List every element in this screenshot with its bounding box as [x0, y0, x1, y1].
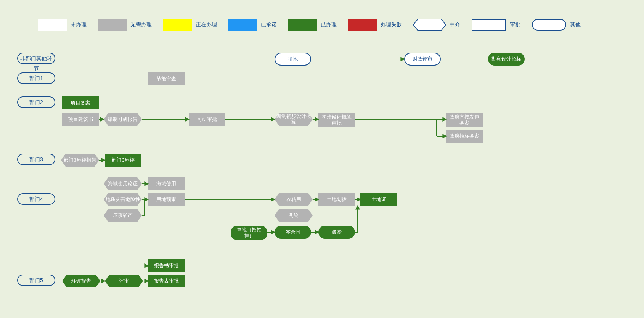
legend-done: 已办理 — [288, 19, 337, 31]
node-land-cert[interactable]: 土地证 — [360, 193, 397, 206]
node-feasibility-report[interactable]: 编制可研报告 — [104, 113, 142, 126]
legend-promised: 已承诺 — [228, 19, 277, 31]
legend-no-need: 无需办理 — [98, 19, 152, 31]
legend-intermediary: 中介 — [413, 19, 460, 31]
node-label: 环评报告 — [64, 278, 99, 284]
legend-approval: 审批 — [472, 19, 520, 31]
node-land-auction[interactable]: 拿地（招拍挂） — [231, 226, 267, 240]
node-land-allocation[interactable]: 土地划拨 — [318, 193, 355, 206]
node-sea-use-demo[interactable]: 海域使用论证 — [104, 177, 142, 190]
dept-1: 部门1 — [17, 72, 55, 84]
legend-swatch — [163, 19, 192, 31]
dept-5: 部门5 — [17, 275, 55, 286]
legend-label: 正在办理 — [196, 21, 217, 28]
legend-swatch — [348, 19, 377, 31]
node-report-book-approval[interactable]: 报告书审批 — [148, 259, 185, 272]
node-label: 农转用 — [276, 197, 311, 202]
node-label: 压覆矿产 — [105, 213, 140, 218]
legend-other: 其他 — [532, 19, 581, 31]
node-label: 编制可研报告 — [105, 117, 140, 122]
node-label: 海域使用 — [156, 181, 176, 187]
node-report-form-approval[interactable]: 报告表审批 — [148, 275, 185, 287]
legend-rect-icon — [472, 19, 506, 31]
dept-3: 部门3 — [17, 154, 55, 165]
node-feasibility-approval[interactable]: 可研审批 — [189, 113, 225, 126]
legend-swatch — [228, 19, 257, 31]
node-mining[interactable]: 压覆矿产 — [104, 209, 142, 222]
node-pay-fee[interactable]: 缴费 — [318, 226, 355, 239]
node-label: 评审 — [106, 278, 141, 284]
node-land-conversion[interactable]: 农转用 — [275, 193, 313, 206]
node-label: 部门3环评报告 — [63, 157, 98, 163]
node-land-acq[interactable]: 征地 — [275, 53, 311, 66]
node-label: 用地预审 — [156, 196, 176, 202]
node-review[interactable]: 评审 — [105, 275, 143, 287]
legend-label: 已承诺 — [261, 21, 277, 28]
legend-failed: 办理失败 — [348, 19, 402, 31]
node-label: 可研审批 — [197, 116, 217, 122]
node-survey-map[interactable]: 测绘 — [275, 209, 313, 222]
legend-swatch — [288, 19, 317, 31]
legend-label: 办理失败 — [381, 21, 402, 28]
node-label: 项目建议书 — [68, 116, 93, 122]
node-energy-review[interactable]: 节能审查 — [148, 72, 185, 85]
node-preliminary-approval[interactable]: 初步设计概算审批 — [318, 113, 355, 127]
legend-label: 未办理 — [71, 21, 87, 28]
dept-2: 部门2 — [17, 96, 55, 108]
node-land-preapproval[interactable]: 用地预审 — [148, 193, 185, 206]
node-label: 勘察设计招标 — [491, 56, 521, 62]
node-label: 政府直接发包备案 — [448, 114, 481, 126]
node-survey-bid[interactable]: 勘察设计招标 — [488, 53, 525, 66]
node-label: 缴费 — [332, 229, 342, 235]
legend-swatch — [38, 19, 67, 31]
node-label: 拿地（招拍挂） — [232, 227, 266, 239]
legend: 未办理 无需办理 正在办理 已承诺 已办理 办理失败 中介 审批 其他 — [38, 19, 592, 31]
legend-label: 无需办理 — [130, 21, 152, 28]
node-dept3-env[interactable]: 部门3环评 — [105, 154, 141, 167]
node-label: 地质灾害危险性 — [105, 197, 140, 202]
node-preliminary-budget[interactable]: 编制初步设计概算 — [275, 113, 313, 126]
legend-label: 审批 — [510, 21, 520, 28]
legend-hex-icon — [413, 19, 446, 31]
node-label: 项目备案 — [71, 100, 90, 106]
node-label: 政府招标备案 — [450, 133, 479, 139]
node-label: 海域使用论证 — [105, 181, 140, 187]
legend-label: 中介 — [450, 21, 460, 28]
node-label: 测绘 — [276, 213, 311, 218]
node-sea-use[interactable]: 海域使用 — [148, 177, 185, 190]
legend-not-processed: 未办理 — [38, 19, 87, 31]
node-label: 初步设计概算审批 — [320, 114, 353, 126]
legend-swatch — [98, 19, 127, 31]
node-sign-contract[interactable]: 签合同 — [275, 226, 311, 239]
node-label: 签合同 — [286, 229, 300, 235]
svg-marker-0 — [413, 19, 446, 31]
node-project-filing[interactable]: 项目备案 — [62, 96, 99, 109]
node-label: 报告表审批 — [154, 278, 179, 284]
node-gov-direct-filing[interactable]: 政府直接发包备案 — [446, 113, 483, 127]
node-financial-review[interactable]: 财政评审 — [404, 53, 441, 66]
legend-processing: 正在办理 — [163, 19, 217, 31]
dept-non: 非部门其他环节 — [17, 53, 55, 64]
node-label: 财政评审 — [413, 56, 432, 62]
node-geo-hazard[interactable]: 地质灾害危险性 — [104, 193, 142, 206]
node-label: 报告书审批 — [154, 263, 179, 269]
legend-oval-icon — [532, 19, 566, 31]
node-label: 土地证 — [371, 196, 386, 202]
dept-4: 部门4 — [17, 193, 55, 205]
node-env-report[interactable]: 环评报告 — [62, 275, 100, 287]
node-label: 节能审查 — [156, 76, 176, 82]
node-label: 土地划拨 — [327, 196, 347, 202]
node-label: 编制初步设计概算 — [276, 114, 311, 125]
node-dept3-env-report[interactable]: 部门3环评报告 — [61, 154, 99, 167]
node-gov-bid-filing[interactable]: 政府招标备案 — [446, 130, 483, 143]
node-label: 部门3环评 — [112, 157, 134, 163]
node-label: 征地 — [288, 56, 298, 62]
legend-label: 其他 — [570, 21, 581, 28]
node-project-proposal[interactable]: 项目建议书 — [62, 113, 99, 126]
legend-label: 已办理 — [321, 21, 337, 28]
